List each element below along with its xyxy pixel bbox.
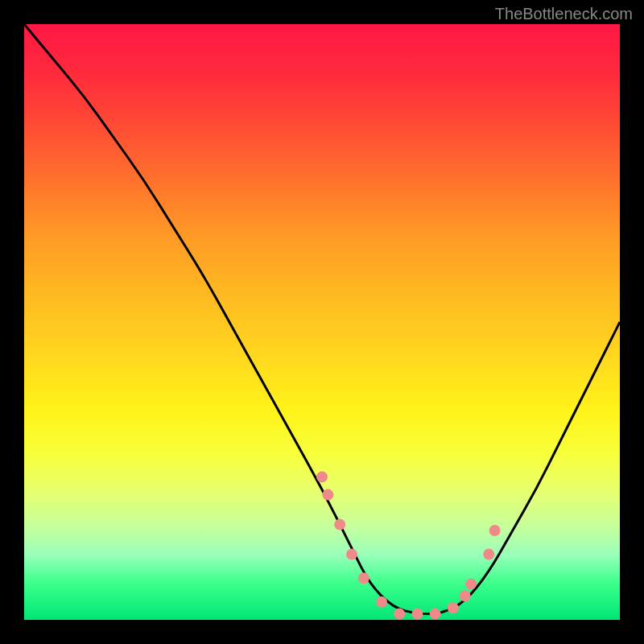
dot-marker <box>411 609 423 620</box>
watermark-text: TheBottleneck.com <box>495 5 633 23</box>
dot-marker <box>358 572 369 584</box>
dot-marker <box>394 609 405 620</box>
dot-marker <box>460 590 471 601</box>
dot-marker <box>430 609 441 620</box>
dot-marker <box>448 602 459 613</box>
dot-marker <box>376 597 387 608</box>
chart-plot-area <box>24 24 620 620</box>
dot-marker <box>465 579 477 590</box>
curve-line <box>24 24 620 614</box>
bottleneck-curve <box>24 24 620 614</box>
dot-marker <box>316 471 328 482</box>
dot-marker <box>322 489 333 501</box>
curve-svg <box>24 24 620 620</box>
dot-marker <box>489 525 501 536</box>
dot-markers-group <box>316 471 501 619</box>
dot-marker <box>334 519 345 530</box>
dot-marker <box>483 549 494 560</box>
dot-marker <box>346 549 357 560</box>
